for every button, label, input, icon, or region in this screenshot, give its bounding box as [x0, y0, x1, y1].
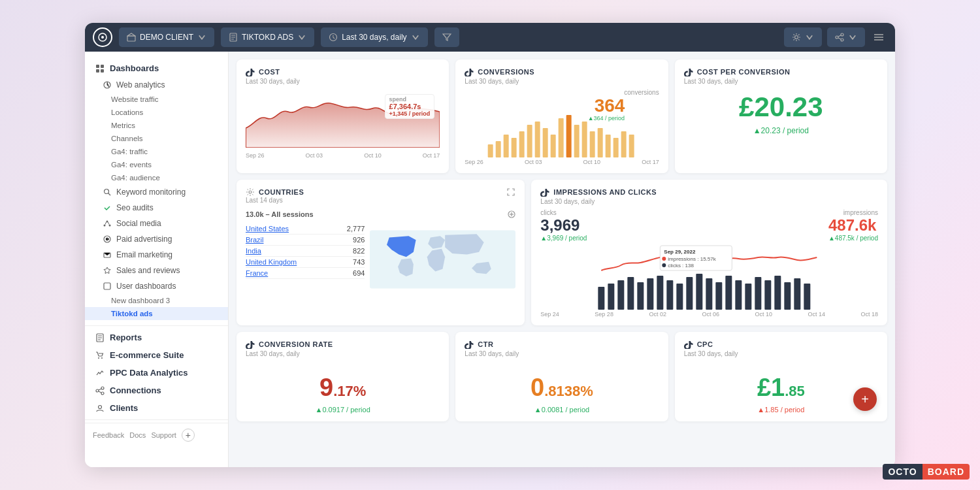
sidebar-item-seo-audits[interactable]: Seo audits: [85, 200, 228, 216]
cr-subtitle: Last 30 days, daily: [246, 350, 440, 357]
gear-icon: [792, 33, 801, 42]
conv-card-header: CONVERSIONS: [465, 67, 659, 76]
client-selector[interactable]: DEMO CLIENT: [119, 27, 214, 47]
feedback-link[interactable]: Feedback: [93, 431, 124, 439]
svg-rect-75: [647, 278, 654, 310]
svg-rect-62: [629, 135, 634, 157]
filter-button[interactable]: [434, 27, 459, 47]
user-icon: [103, 282, 111, 290]
ppc-icon: [95, 368, 105, 378]
fab-add-button[interactable]: +: [853, 387, 877, 411]
chevron-down-icon5: [848, 33, 857, 42]
svg-text:364: 364: [595, 99, 625, 116]
octo-label: OCTO: [883, 464, 922, 480]
svg-rect-47: [512, 138, 517, 157]
svg-line-28: [108, 222, 110, 225]
ctr-value: 0.8138%: [465, 368, 659, 403]
conv-chart-wrapper: 364 ▲364 / period: [465, 99, 659, 157]
sidebar-item-paid-advertising[interactable]: Paid advertising: [85, 231, 228, 247]
sidebar-header-reports[interactable]: Reports: [85, 329, 228, 346]
settings-button[interactable]: [784, 27, 822, 47]
ctr-period: ▲0.0081 / period: [465, 406, 659, 414]
svg-point-38: [96, 389, 99, 392]
svg-rect-90: [794, 278, 801, 310]
date-range-selector[interactable]: Last 30 days, daily: [321, 27, 427, 47]
svg-rect-91: [804, 284, 811, 310]
share-button[interactable]: [827, 27, 865, 47]
svg-line-23: [108, 193, 111, 196]
filter-icon: [442, 33, 451, 42]
sidebar-sub-ga4-traffic[interactable]: Ga4: traffic: [85, 145, 228, 158]
cost-title: COST: [259, 68, 280, 76]
sidebar-header-ecommerce[interactable]: E-commerce Suite: [85, 346, 228, 364]
svg-point-65: [249, 191, 252, 193]
octoboard-badge: OCTO BOARD: [883, 464, 970, 480]
board-label: BOARD: [923, 464, 970, 480]
svg-rect-85: [745, 284, 752, 310]
body-area: Dashboards Web analytics Website traffic…: [85, 52, 895, 467]
svg-rect-79: [687, 277, 693, 310]
ctr-title: CTR: [478, 340, 493, 348]
cost-value: £7,364.7s: [389, 103, 431, 110]
countries-sessions: 13.0k – All sessions: [246, 210, 314, 218]
svg-line-27: [105, 222, 106, 225]
sidebar-sub-tiktokd-ads[interactable]: Tiktokd ads: [85, 307, 228, 320]
sidebar-sub-metrics[interactable]: Metrics: [85, 119, 228, 132]
svg-rect-82: [716, 282, 723, 310]
svg-point-96: [662, 263, 666, 267]
sidebar-item-user-dashboards[interactable]: User dashboards: [85, 278, 228, 294]
cr-value: 9.17%: [246, 368, 440, 403]
svg-rect-45: [496, 141, 501, 157]
hamburger-button[interactable]: [870, 29, 887, 46]
date-range-label: Last 30 days, daily: [342, 33, 406, 42]
svg-rect-74: [638, 282, 644, 310]
dashboard-selector[interactable]: TIKTOKD ADS: [221, 27, 314, 47]
add-button[interactable]: +: [182, 429, 195, 442]
ecommerce-icon: [95, 351, 105, 360]
clients-icon: [95, 404, 105, 413]
impressions-card: IMPRESSIONS AND CLICKS Last 30 days, dai…: [531, 180, 887, 325]
ppc-label: PPC Data Analytics: [110, 368, 188, 378]
svg-point-9: [841, 33, 843, 36]
sidebar-item-sales-reviews[interactable]: Sales and reviews: [85, 263, 228, 278]
star-icon: [103, 267, 111, 274]
expand-icon[interactable]: [506, 188, 515, 197]
cost-subtitle: Last 30 days, daily: [246, 78, 440, 85]
svg-rect-52: [551, 135, 556, 157]
add-circle-icon[interactable]: [508, 210, 515, 218]
conv-title: CONVERSIONS: [478, 68, 534, 76]
sidebar-header-ppc[interactable]: PPC Data Analytics: [85, 364, 228, 382]
sidebar-sub-website-traffic[interactable]: Website traffic: [85, 93, 228, 106]
chevron-down-icon3: [411, 33, 420, 42]
docs-link[interactable]: Docs: [129, 431, 146, 439]
support-link[interactable]: Support: [151, 431, 176, 439]
countries-map: [370, 223, 515, 295]
sidebar-sub-new-dashboard[interactable]: New dashboard 3: [85, 294, 228, 307]
svg-text:clicks :         138: clicks : 138: [668, 263, 694, 269]
sidebar-item-keyword-monitoring[interactable]: Keyword monitoring: [85, 184, 228, 200]
clock-icon: [329, 33, 338, 42]
svg-point-1: [101, 36, 104, 39]
sidebar-header-clients[interactable]: Clients: [85, 399, 228, 417]
sidebar-header-dashboards[interactable]: Dashboards: [85, 59, 228, 77]
clicks-metric: clicks 3,969 ▲3,969 / period: [540, 209, 587, 242]
sidebar-sub-ga4-events[interactable]: Ga4: events: [85, 158, 228, 171]
conv-x-labels: Sep 26 Oct 03 Oct 10 Oct 17: [465, 159, 659, 165]
sidebar-sub-locations[interactable]: Locations: [85, 106, 228, 119]
sidebar-divider-1: [85, 325, 228, 326]
reports-icon: [95, 333, 105, 342]
sidebar-header-connections[interactable]: Connections: [85, 382, 228, 399]
tiktok-icon-imp: [540, 188, 549, 197]
sidebar-item-social-media[interactable]: Social media: [85, 216, 228, 231]
sidebar-sub-ga4-audience[interactable]: Ga4: audience: [85, 171, 228, 184]
conversions-card: CONVERSIONS Last 30 days, daily conversi…: [455, 59, 668, 173]
svg-rect-17: [96, 65, 99, 68]
svg-rect-87: [765, 280, 772, 310]
tiktok-icon-conv: [465, 67, 474, 76]
dashboard-row-1: COST Last 30 days, daily: [237, 59, 887, 173]
sidebar-sub-channels[interactable]: Channels: [85, 132, 228, 145]
svg-point-94: [662, 257, 666, 261]
sidebar-item-email-marketing[interactable]: Email marketing: [85, 247, 228, 263]
svg-rect-46: [504, 135, 509, 157]
sidebar-item-web-analytics[interactable]: Web analytics: [85, 77, 228, 93]
